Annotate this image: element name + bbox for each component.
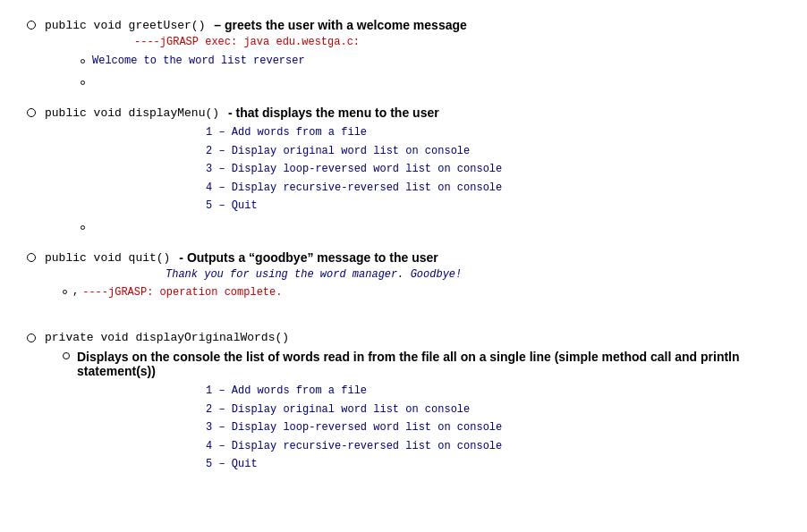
inner-bullet-original xyxy=(63,352,70,359)
sub-bullet-original: Displays on the console the list of word… xyxy=(63,350,780,378)
section-header-quit: public void quit() - Outputs a “goodbye”… xyxy=(27,250,780,265)
small-bullet-menu xyxy=(81,225,85,230)
method-menu: public void displayMenu() xyxy=(45,106,219,120)
sub-text-original: Displays on the console the list of word… xyxy=(77,350,780,378)
menu-item: 5 – Quit xyxy=(206,455,780,473)
gap xyxy=(27,317,780,331)
menu-item: 2 – Display original word list on consol… xyxy=(206,142,780,160)
desc-quit: - Outputs a “goodbye” message to the use… xyxy=(175,250,437,265)
section-display-menu: public void displayMenu() - that display… xyxy=(27,106,780,232)
menu-item: 1 – Add words from a file xyxy=(206,382,780,400)
bullet-quit xyxy=(27,253,36,262)
small-bullet-greet2 xyxy=(81,80,85,85)
output-greet: Welcome to the word list reverser xyxy=(92,52,305,70)
complete-msg: ----jGRASP: operation complete. xyxy=(82,286,282,299)
small-bullet-greet xyxy=(81,59,85,63)
menu-items-original: 1 – Add words from a file2 – Display ori… xyxy=(206,382,780,473)
menu-item: 1 – Add words from a file xyxy=(206,123,780,141)
section-quit: public void quit() - Outputs a “goodbye”… xyxy=(27,250,780,299)
menu-item: 3 – Display loop-reversed word list on c… xyxy=(206,160,780,178)
menu-item: 4 – Display recursive-reversed list on c… xyxy=(206,179,780,197)
bullet-menu xyxy=(27,108,36,117)
desc-menu: - that displays the menu to the user xyxy=(225,106,439,120)
bullet-original xyxy=(27,334,36,342)
menu-item: 2 – Display original word list on consol… xyxy=(206,401,780,418)
menu-item: 3 – Display loop-reversed word list on c… xyxy=(206,418,780,436)
bullet-greet xyxy=(27,21,36,30)
small-bullet-quit xyxy=(63,290,67,294)
section-display-original: private void displayOriginalWords() Disp… xyxy=(27,331,780,473)
menu-item: 4 – Display recursive-reversed list on c… xyxy=(206,437,780,455)
section-header-original: private void displayOriginalWords() xyxy=(27,331,780,344)
method-original: private void displayOriginalWords() xyxy=(45,331,289,344)
section-greet-user: public void greetUser() – greets the use… xyxy=(27,18,780,88)
main-content: public void greetUser() – greets the use… xyxy=(27,18,780,473)
desc-greet: – greets the user with a welcome message xyxy=(210,18,466,32)
method-quit: public void quit() xyxy=(45,251,170,265)
exec-line-greet: ----jGRASP exec: java edu.westga.c: xyxy=(134,36,780,48)
section-header-greet: public void greetUser() – greets the use… xyxy=(27,18,780,32)
menu-item: 5 – Quit xyxy=(206,197,780,215)
method-greet: public void greetUser() xyxy=(45,19,205,32)
thank-msg: Thank you for using the word manager. Go… xyxy=(166,268,780,281)
section-header-menu: public void displayMenu() - that display… xyxy=(27,106,780,120)
complete-row: , ----jGRASP: operation complete. xyxy=(63,284,780,299)
menu-items-display: 1 – Add words from a file2 – Display ori… xyxy=(206,123,780,215)
